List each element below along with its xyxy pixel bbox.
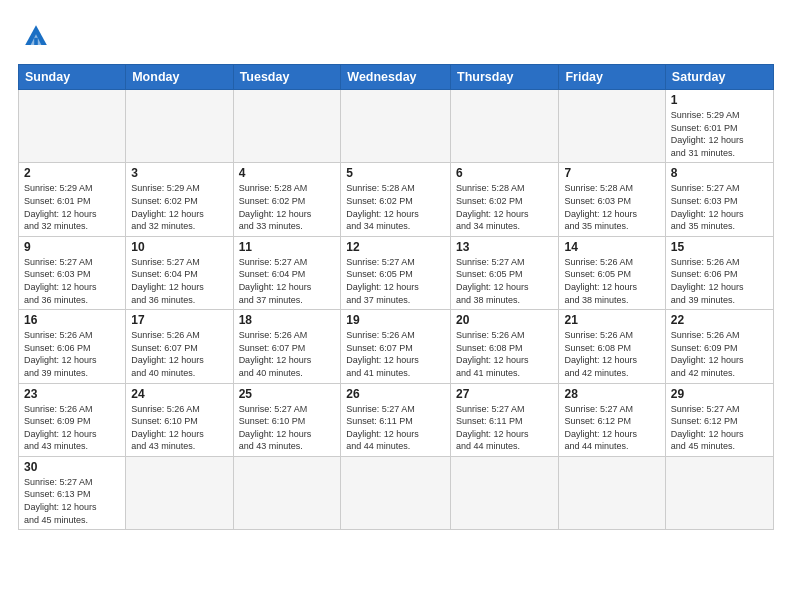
- day-number: 6: [456, 166, 553, 180]
- weekday-header-thursday: Thursday: [451, 65, 559, 90]
- day-number: 22: [671, 313, 768, 327]
- calendar-week-2: 9Sunrise: 5:27 AM Sunset: 6:03 PM Daylig…: [19, 236, 774, 309]
- day-number: 15: [671, 240, 768, 254]
- calendar-cell: 29Sunrise: 5:27 AM Sunset: 6:12 PM Dayli…: [665, 383, 773, 456]
- day-number: 23: [24, 387, 120, 401]
- day-info: Sunrise: 5:29 AM Sunset: 6:01 PM Dayligh…: [671, 109, 768, 159]
- calendar-week-0: 1Sunrise: 5:29 AM Sunset: 6:01 PM Daylig…: [19, 90, 774, 163]
- calendar-cell: 9Sunrise: 5:27 AM Sunset: 6:03 PM Daylig…: [19, 236, 126, 309]
- calendar-cell: 26Sunrise: 5:27 AM Sunset: 6:11 PM Dayli…: [341, 383, 451, 456]
- day-info: Sunrise: 5:28 AM Sunset: 6:02 PM Dayligh…: [456, 182, 553, 232]
- calendar-cell: 22Sunrise: 5:26 AM Sunset: 6:09 PM Dayli…: [665, 310, 773, 383]
- day-info: Sunrise: 5:28 AM Sunset: 6:02 PM Dayligh…: [346, 182, 445, 232]
- day-number: 25: [239, 387, 336, 401]
- day-info: Sunrise: 5:27 AM Sunset: 6:11 PM Dayligh…: [456, 403, 553, 453]
- day-info: Sunrise: 5:27 AM Sunset: 6:03 PM Dayligh…: [24, 256, 120, 306]
- day-info: Sunrise: 5:28 AM Sunset: 6:03 PM Dayligh…: [564, 182, 659, 232]
- calendar-week-1: 2Sunrise: 5:29 AM Sunset: 6:01 PM Daylig…: [19, 163, 774, 236]
- calendar-cell: 24Sunrise: 5:26 AM Sunset: 6:10 PM Dayli…: [126, 383, 233, 456]
- calendar-table: SundayMondayTuesdayWednesdayThursdayFrid…: [18, 64, 774, 530]
- day-info: Sunrise: 5:27 AM Sunset: 6:04 PM Dayligh…: [239, 256, 336, 306]
- calendar-cell: 5Sunrise: 5:28 AM Sunset: 6:02 PM Daylig…: [341, 163, 451, 236]
- day-number: 9: [24, 240, 120, 254]
- page: SundayMondayTuesdayWednesdayThursdayFrid…: [0, 0, 792, 540]
- calendar-cell: 27Sunrise: 5:27 AM Sunset: 6:11 PM Dayli…: [451, 383, 559, 456]
- day-info: Sunrise: 5:27 AM Sunset: 6:11 PM Dayligh…: [346, 403, 445, 453]
- day-info: Sunrise: 5:26 AM Sunset: 6:07 PM Dayligh…: [346, 329, 445, 379]
- day-info: Sunrise: 5:26 AM Sunset: 6:08 PM Dayligh…: [564, 329, 659, 379]
- day-info: Sunrise: 5:29 AM Sunset: 6:02 PM Dayligh…: [131, 182, 227, 232]
- calendar-cell: 20Sunrise: 5:26 AM Sunset: 6:08 PM Dayli…: [451, 310, 559, 383]
- day-number: 24: [131, 387, 227, 401]
- calendar-cell: 21Sunrise: 5:26 AM Sunset: 6:08 PM Dayli…: [559, 310, 665, 383]
- day-number: 7: [564, 166, 659, 180]
- day-info: Sunrise: 5:28 AM Sunset: 6:02 PM Dayligh…: [239, 182, 336, 232]
- day-info: Sunrise: 5:26 AM Sunset: 6:10 PM Dayligh…: [131, 403, 227, 453]
- day-number: 26: [346, 387, 445, 401]
- calendar-cell: [126, 456, 233, 529]
- day-info: Sunrise: 5:26 AM Sunset: 6:05 PM Dayligh…: [564, 256, 659, 306]
- day-number: 5: [346, 166, 445, 180]
- day-number: 13: [456, 240, 553, 254]
- calendar-week-5: 30Sunrise: 5:27 AM Sunset: 6:13 PM Dayli…: [19, 456, 774, 529]
- weekday-header-tuesday: Tuesday: [233, 65, 341, 90]
- calendar-cell: 3Sunrise: 5:29 AM Sunset: 6:02 PM Daylig…: [126, 163, 233, 236]
- day-info: Sunrise: 5:27 AM Sunset: 6:10 PM Dayligh…: [239, 403, 336, 453]
- calendar-cell: [19, 90, 126, 163]
- day-number: 1: [671, 93, 768, 107]
- day-info: Sunrise: 5:26 AM Sunset: 6:09 PM Dayligh…: [671, 329, 768, 379]
- day-number: 8: [671, 166, 768, 180]
- day-info: Sunrise: 5:26 AM Sunset: 6:06 PM Dayligh…: [24, 329, 120, 379]
- day-number: 28: [564, 387, 659, 401]
- day-number: 30: [24, 460, 120, 474]
- calendar-cell: [665, 456, 773, 529]
- calendar-cell: [559, 456, 665, 529]
- calendar-cell: 18Sunrise: 5:26 AM Sunset: 6:07 PM Dayli…: [233, 310, 341, 383]
- day-info: Sunrise: 5:26 AM Sunset: 6:09 PM Dayligh…: [24, 403, 120, 453]
- calendar-cell: 1Sunrise: 5:29 AM Sunset: 6:01 PM Daylig…: [665, 90, 773, 163]
- day-info: Sunrise: 5:27 AM Sunset: 6:05 PM Dayligh…: [456, 256, 553, 306]
- day-number: 21: [564, 313, 659, 327]
- calendar-cell: 4Sunrise: 5:28 AM Sunset: 6:02 PM Daylig…: [233, 163, 341, 236]
- calendar-cell: 15Sunrise: 5:26 AM Sunset: 6:06 PM Dayli…: [665, 236, 773, 309]
- day-info: Sunrise: 5:27 AM Sunset: 6:13 PM Dayligh…: [24, 476, 120, 526]
- calendar-cell: 6Sunrise: 5:28 AM Sunset: 6:02 PM Daylig…: [451, 163, 559, 236]
- logo: [18, 18, 60, 54]
- day-number: 19: [346, 313, 445, 327]
- day-info: Sunrise: 5:27 AM Sunset: 6:12 PM Dayligh…: [564, 403, 659, 453]
- day-number: 2: [24, 166, 120, 180]
- calendar-cell: 7Sunrise: 5:28 AM Sunset: 6:03 PM Daylig…: [559, 163, 665, 236]
- calendar-cell: 16Sunrise: 5:26 AM Sunset: 6:06 PM Dayli…: [19, 310, 126, 383]
- calendar-cell: [341, 90, 451, 163]
- calendar-cell: 17Sunrise: 5:26 AM Sunset: 6:07 PM Dayli…: [126, 310, 233, 383]
- day-info: Sunrise: 5:26 AM Sunset: 6:06 PM Dayligh…: [671, 256, 768, 306]
- day-info: Sunrise: 5:27 AM Sunset: 6:04 PM Dayligh…: [131, 256, 227, 306]
- svg-rect-2: [34, 38, 38, 45]
- weekday-header-sunday: Sunday: [19, 65, 126, 90]
- day-number: 3: [131, 166, 227, 180]
- calendar-cell: 30Sunrise: 5:27 AM Sunset: 6:13 PM Dayli…: [19, 456, 126, 529]
- weekday-header-wednesday: Wednesday: [341, 65, 451, 90]
- calendar-cell: 11Sunrise: 5:27 AM Sunset: 6:04 PM Dayli…: [233, 236, 341, 309]
- calendar-cell: 2Sunrise: 5:29 AM Sunset: 6:01 PM Daylig…: [19, 163, 126, 236]
- calendar-cell: 12Sunrise: 5:27 AM Sunset: 6:05 PM Dayli…: [341, 236, 451, 309]
- day-number: 17: [131, 313, 227, 327]
- day-info: Sunrise: 5:29 AM Sunset: 6:01 PM Dayligh…: [24, 182, 120, 232]
- calendar-cell: [126, 90, 233, 163]
- weekday-header-friday: Friday: [559, 65, 665, 90]
- day-number: 11: [239, 240, 336, 254]
- day-info: Sunrise: 5:26 AM Sunset: 6:07 PM Dayligh…: [239, 329, 336, 379]
- weekday-header-row: SundayMondayTuesdayWednesdayThursdayFrid…: [19, 65, 774, 90]
- calendar-cell: 14Sunrise: 5:26 AM Sunset: 6:05 PM Dayli…: [559, 236, 665, 309]
- calendar-cell: [233, 456, 341, 529]
- day-info: Sunrise: 5:26 AM Sunset: 6:08 PM Dayligh…: [456, 329, 553, 379]
- calendar-cell: 19Sunrise: 5:26 AM Sunset: 6:07 PM Dayli…: [341, 310, 451, 383]
- calendar-cell: 23Sunrise: 5:26 AM Sunset: 6:09 PM Dayli…: [19, 383, 126, 456]
- header: [18, 18, 774, 54]
- day-number: 20: [456, 313, 553, 327]
- calendar-cell: [559, 90, 665, 163]
- logo-icon: [18, 18, 54, 54]
- day-number: 4: [239, 166, 336, 180]
- day-number: 16: [24, 313, 120, 327]
- calendar-cell: 8Sunrise: 5:27 AM Sunset: 6:03 PM Daylig…: [665, 163, 773, 236]
